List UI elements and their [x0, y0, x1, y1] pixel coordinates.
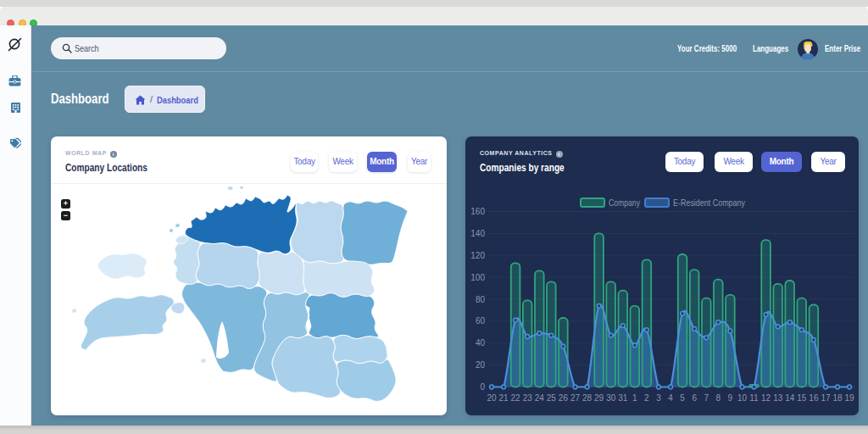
svg-text:31: 31 — [618, 393, 628, 403]
svg-text:16: 16 — [809, 393, 819, 403]
svg-text:23: 23 — [523, 393, 533, 403]
svg-text:20: 20 — [476, 360, 486, 370]
svg-text:140: 140 — [470, 229, 485, 238]
svg-text:20: 20 — [487, 393, 497, 403]
svg-text:24: 24 — [535, 393, 545, 403]
svg-text:11: 11 — [749, 393, 759, 403]
svg-text:80: 80 — [476, 295, 486, 304]
svg-text:8: 8 — [716, 393, 721, 403]
svg-text:6: 6 — [692, 393, 697, 403]
svg-text:26: 26 — [559, 393, 569, 403]
svg-text:14: 14 — [785, 393, 795, 403]
svg-text:30: 30 — [606, 393, 616, 403]
svg-text:25: 25 — [547, 393, 557, 403]
svg-text:120: 120 — [470, 251, 485, 260]
svg-text:15: 15 — [797, 393, 807, 403]
svg-text:12: 12 — [761, 393, 771, 403]
svg-text:2: 2 — [644, 393, 649, 403]
svg-text:160: 160 — [470, 207, 485, 216]
svg-text:9: 9 — [728, 393, 733, 403]
svg-text:E-Resident Company: E-Resident Company — [673, 198, 746, 208]
svg-text:27: 27 — [570, 393, 581, 403]
svg-text:21: 21 — [499, 393, 509, 403]
svg-text:4: 4 — [668, 393, 673, 403]
svg-text:100: 100 — [470, 273, 485, 282]
svg-text:10: 10 — [737, 393, 748, 403]
svg-text:5: 5 — [680, 393, 685, 403]
svg-text:22: 22 — [511, 393, 521, 403]
svg-text:13: 13 — [773, 393, 783, 403]
svg-text:29: 29 — [594, 393, 604, 403]
svg-text:3: 3 — [656, 393, 661, 403]
svg-text:0: 0 — [480, 382, 485, 392]
svg-text:28: 28 — [582, 393, 593, 403]
svg-text:40: 40 — [476, 338, 486, 348]
svg-text:Company: Company — [609, 198, 641, 208]
svg-text:7: 7 — [704, 393, 709, 403]
svg-text:60: 60 — [476, 316, 486, 326]
svg-text:18: 18 — [832, 393, 843, 403]
svg-text:1: 1 — [632, 393, 637, 403]
svg-text:19: 19 — [845, 393, 855, 403]
svg-text:17: 17 — [821, 393, 831, 403]
